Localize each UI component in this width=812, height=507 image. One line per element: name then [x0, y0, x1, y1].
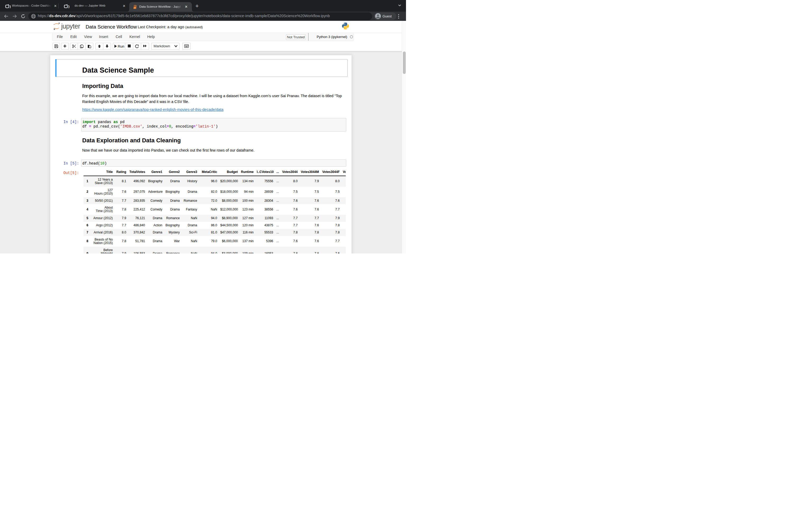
svg-text:Run: Run [118, 44, 124, 48]
svg-text:}: } [68, 4, 69, 8]
svg-text:}: } [9, 4, 11, 8]
